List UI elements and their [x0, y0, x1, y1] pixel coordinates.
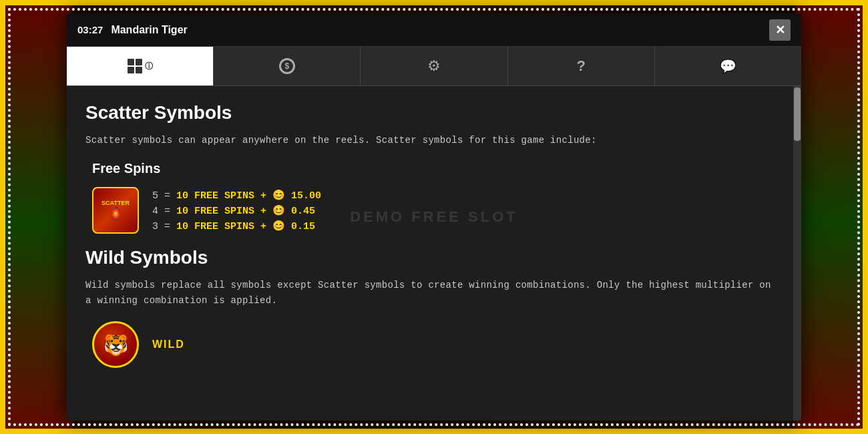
title-bar: 03:27 Mandarin Tiger ✕	[67, 13, 801, 47]
scatter-payouts: 5 = 10 FREE SPINS + 😊 15.00 4 = 10 FREE …	[152, 189, 321, 232]
scatter-title: Scatter Symbols	[85, 102, 775, 124]
tab-bar: ⓘ $ ⚙ ? 💬	[67, 47, 801, 86]
time-display: 03:27	[77, 24, 103, 35]
tab-help[interactable]: ?	[508, 47, 655, 85]
scroll-content[interactable]: Scatter Symbols Scatter symbols can appe…	[67, 86, 793, 421]
chat-icon: 💬	[720, 58, 736, 74]
content-area: Scatter Symbols Scatter symbols can appe…	[67, 86, 801, 421]
bg-left-panel	[5, 5, 72, 429]
close-button[interactable]: ✕	[769, 19, 791, 41]
tab-paytable[interactable]: ⓘ	[67, 47, 214, 85]
wild-title: Wild Symbols	[85, 247, 775, 268]
grid-icon	[128, 59, 142, 73]
tab-chat[interactable]: 💬	[655, 47, 801, 85]
payout-line-3: 3 = 10 FREE SPINS + 😊 0.15	[152, 220, 321, 232]
wild-symbol-icon: 🐯	[92, 321, 139, 368]
free-spins-subtitle: Free Spins	[92, 161, 775, 176]
coin-icon: $	[279, 58, 295, 74]
wild-description: Wild symbols replace all symbols except …	[85, 278, 775, 308]
wild-row: 🐯 WILD	[92, 321, 775, 368]
tab-rtp[interactable]: $	[214, 47, 361, 85]
payout-4-text: 10 FREE SPINS + 😊 0.45	[176, 206, 315, 217]
payout-line-4: 4 = 10 FREE SPINS + 😊 0.45	[152, 204, 321, 217]
title-bar-left: 03:27 Mandarin Tiger	[77, 24, 188, 36]
question-icon: ?	[576, 57, 585, 75]
tab-settings[interactable]: ⚙	[361, 47, 507, 85]
payout-line-5: 5 = 10 FREE SPINS + 😊 15.00	[152, 189, 321, 202]
scatter-icon-label: SCATTER 🏮	[101, 200, 130, 221]
scatter-row: SCATTER 🏮 5 = 10 FREE SPINS + 😊 15.00 4 …	[92, 187, 775, 234]
wild-section: Wild Symbols Wild symbols replace all sy…	[85, 247, 775, 368]
outer-frame: 03:27 Mandarin Tiger ✕ ⓘ $ ⚙ ?	[0, 0, 868, 434]
scrollbar-thumb[interactable]	[794, 87, 801, 141]
scatter-symbol-icon: SCATTER 🏮	[92, 187, 139, 234]
game-title: Mandarin Tiger	[111, 24, 187, 36]
payout-5-text: 10 FREE SPINS + 😊 15.00	[176, 190, 321, 202]
payout-3-text: 10 FREE SPINS + 😊 0.15	[176, 221, 315, 232]
settings-icon: ⚙	[427, 57, 441, 75]
bg-right-panel	[796, 5, 863, 429]
wild-label: WILD	[152, 339, 185, 351]
scatter-description: Scatter symbols can appear anywhere on t…	[85, 133, 775, 148]
scrollbar-track[interactable]	[793, 86, 801, 421]
tab-info-badge: ⓘ	[145, 61, 153, 72]
modal-container: 03:27 Mandarin Tiger ✕ ⓘ $ ⚙ ?	[67, 13, 801, 421]
